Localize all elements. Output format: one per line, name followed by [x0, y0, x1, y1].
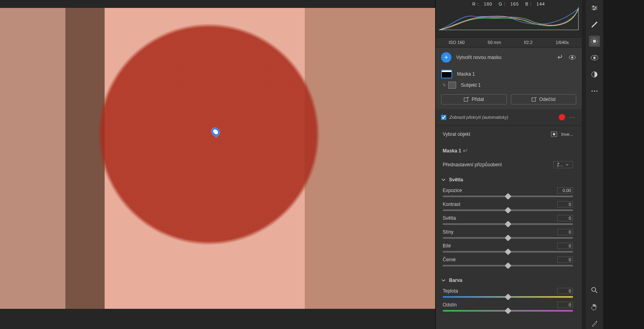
svg-point-16: [596, 91, 598, 92]
more-icon[interactable]: [589, 86, 600, 97]
tint-value[interactable]: 0: [557, 302, 573, 308]
subtract-btn-label: Odečíst: [539, 97, 556, 102]
invert-label[interactable]: Inve...: [561, 132, 573, 137]
temperature-value[interactable]: 0: [557, 288, 573, 294]
svg-point-12: [593, 57, 596, 59]
zoom-icon[interactable]: [589, 285, 600, 296]
mask-thumbnail: [441, 70, 452, 78]
b-value: 144: [537, 2, 545, 6]
create-mask-label: Vytvořit novou masku: [456, 55, 501, 60]
whites-slider[interactable]: Bílé0: [443, 243, 573, 253]
temperature-slider[interactable]: Teplota0: [443, 288, 573, 298]
show-overlay-label: Zobrazit překrytí (automaticky): [449, 115, 508, 120]
focal-value: 50 mm: [488, 40, 501, 45]
blacks-value[interactable]: 0: [557, 257, 573, 263]
color-section-title: Barva: [449, 278, 462, 283]
select-object-label: Vybrat objekt: [443, 131, 470, 137]
mask-item[interactable]: Maska 1: [441, 68, 576, 80]
preset-value: Ž...: [557, 162, 563, 167]
right-toolstrip: [586, 0, 603, 329]
adjustments-panel: R :180 G :165 B :144 ISO 160 50 mm f/2.2…: [435, 0, 582, 329]
shadows-label: Stíny: [443, 229, 453, 235]
svg-point-6: [592, 6, 594, 7]
svg-point-5: [553, 133, 555, 135]
subject-thumbnail: [448, 82, 456, 89]
preset-label: Přednastavení přizpůsobení: [443, 162, 502, 167]
rgb-readout: R :180 G :165 B :144: [439, 2, 579, 6]
r-label: R :: [472, 2, 479, 6]
color-section-header[interactable]: Barva: [436, 274, 580, 286]
svg-point-10: [593, 40, 596, 43]
g-label: G :: [499, 2, 506, 6]
highlights-value[interactable]: 0: [557, 215, 573, 221]
temperature-label: Teplota: [443, 288, 458, 294]
color-sampler-icon[interactable]: [589, 318, 600, 329]
tint-label: Odstín: [443, 302, 457, 308]
histogram-graph: [439, 6, 579, 30]
svg-point-7: [595, 7, 596, 9]
subtract-icon: [531, 97, 537, 102]
svg-point-15: [594, 91, 595, 92]
svg-rect-3: [532, 98, 535, 101]
mask-overlay: [0, 8, 435, 309]
canvas-area[interactable]: [0, 0, 435, 329]
show-overlay-checkbox[interactable]: [441, 115, 446, 120]
reset-mask-icon[interactable]: [461, 147, 469, 155]
svg-rect-2: [464, 98, 468, 101]
whites-value[interactable]: 0: [557, 243, 573, 249]
exposure-value[interactable]: 0.00: [557, 187, 573, 194]
g-value: 165: [510, 2, 519, 6]
undo-mask-icon[interactable]: [556, 53, 564, 61]
svg-point-8: [593, 9, 595, 10]
r-value: 180: [484, 2, 492, 6]
photo-preview[interactable]: [0, 8, 435, 309]
blacks-slider[interactable]: Černé0: [443, 257, 573, 266]
add-to-mask-button[interactable]: Přidat: [441, 94, 507, 105]
subtract-from-mask-button[interactable]: Odečíst: [511, 94, 577, 105]
overlay-options-icon[interactable]: ···: [568, 113, 576, 121]
subject-name: Subjekt 1: [461, 82, 481, 88]
whites-label: Bílé: [443, 243, 451, 249]
chevron-down-icon: [566, 163, 569, 166]
svg-point-1: [571, 57, 573, 59]
aperture-value: f/2.2: [524, 40, 532, 45]
toggle-visibility-icon[interactable]: [568, 53, 576, 61]
healing-brush-icon[interactable]: [589, 19, 600, 30]
mask-settings-title: Maska 1: [443, 148, 461, 154]
select-object-icon[interactable]: [550, 130, 558, 138]
mask-name: Maska 1: [457, 71, 475, 77]
redeye-icon[interactable]: [589, 52, 600, 63]
add-btn-label: Přidat: [472, 97, 484, 102]
iso-value: ISO 160: [449, 40, 464, 45]
panel-scrollbar[interactable]: [582, 0, 586, 329]
contrast-label: Kontrast: [443, 202, 461, 207]
highlights-label: Světla: [443, 215, 456, 221]
histogram[interactable]: R :180 G :165 B :144: [436, 0, 582, 37]
highlights-slider[interactable]: Světla0: [443, 215, 573, 225]
masking-icon[interactable]: [589, 36, 600, 47]
add-icon: [464, 97, 469, 102]
hand-icon[interactable]: [589, 301, 600, 312]
svg-point-17: [592, 287, 596, 291]
tint-slider[interactable]: Odstín0: [443, 302, 573, 312]
adjust-icon[interactable]: [589, 2, 600, 13]
contrast-value[interactable]: 0: [557, 201, 573, 207]
chevron-down-icon: [441, 278, 446, 283]
blacks-label: Černé: [443, 257, 456, 262]
shadows-value[interactable]: 0: [557, 229, 573, 235]
exposure-label: Expozice: [443, 188, 462, 193]
photo-metadata-row: ISO 160 50 mm f/2.2 1/640s: [436, 37, 582, 48]
gradient-icon[interactable]: [589, 69, 600, 80]
mask-component-item[interactable]: Subjekt 1: [441, 80, 576, 90]
light-section-header[interactable]: Světla: [436, 174, 580, 186]
create-mask-button[interactable]: +: [441, 52, 451, 63]
svg-point-14: [592, 91, 593, 92]
chevron-down-icon: [441, 177, 446, 182]
shutter-value: 1/640s: [556, 40, 569, 45]
shadows-slider[interactable]: Stíny0: [443, 229, 573, 239]
overlay-color-swatch[interactable]: [559, 114, 565, 120]
exposure-slider[interactable]: Expozice0.00: [443, 187, 573, 197]
light-section-title: Světla: [449, 177, 463, 183]
preset-dropdown[interactable]: Ž...: [553, 161, 573, 168]
contrast-slider[interactable]: Kontrast0: [443, 201, 573, 211]
